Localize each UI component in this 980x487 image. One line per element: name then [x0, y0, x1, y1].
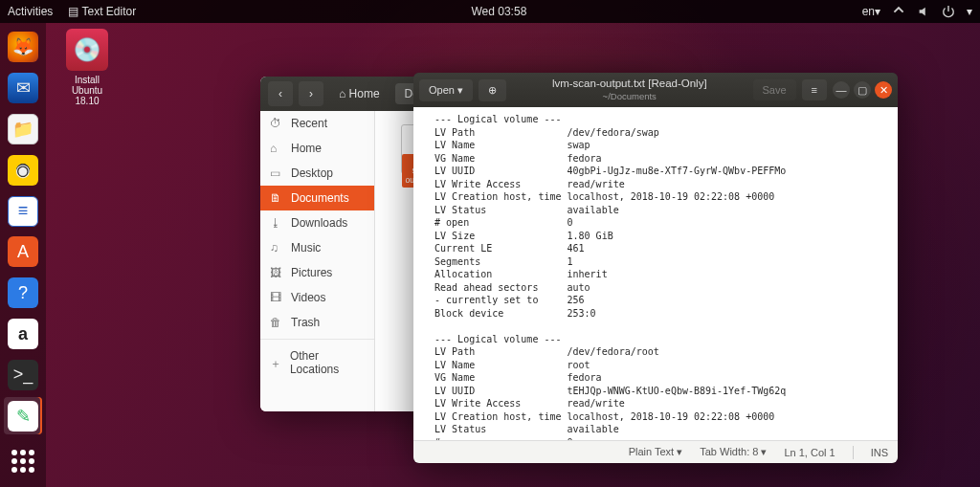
- sidebar-music[interactable]: ♫Music: [260, 235, 374, 260]
- breadcrumb-home[interactable]: ⌂ Home: [329, 83, 390, 104]
- dock-writer[interactable]: ≡: [4, 192, 42, 230]
- dock: 🦊 ✉ 📁 ◉ ≡ A ? a >_ ✎: [0, 23, 46, 487]
- documents-icon: 🗎: [270, 191, 283, 205]
- pictures-icon: 🖼: [270, 266, 283, 279]
- downloads-icon: ⭳: [270, 216, 283, 230]
- sidebar-other-locations[interactable]: ＋Other Locations: [260, 343, 374, 382]
- open-button[interactable]: Open ▾: [419, 79, 473, 101]
- videos-icon: 🎞: [270, 291, 283, 304]
- editor-view[interactable]: --- Logical volume --- LV Path /dev/fedo…: [413, 107, 898, 440]
- dock-software[interactable]: A: [4, 233, 42, 271]
- cd-icon: 💿: [66, 29, 108, 71]
- top-bar: Activities ▤ Text Editor Wed 03:58 en▾ ▾: [0, 0, 980, 23]
- gedit-headerbar: Open ▾ ⊕ lvm-scan-output.txt [Read-Only]…: [413, 73, 898, 107]
- minimize-button[interactable]: —: [833, 81, 850, 99]
- desktop-icon: ▭: [270, 166, 283, 180]
- clock-icon: ⏱: [270, 117, 283, 130]
- desktop-icon-label: Install Ubuntu 18.10: [54, 75, 121, 106]
- gedit-window: Open ▾ ⊕ lvm-scan-output.txt [Read-Only]…: [413, 73, 898, 463]
- sidebar-desktop[interactable]: ▭Desktop: [260, 161, 374, 186]
- trash-icon: 🗑: [270, 316, 283, 329]
- new-tab-button[interactable]: ⊕: [479, 79, 506, 101]
- close-button[interactable]: ✕: [875, 81, 892, 99]
- sidebar-home[interactable]: ⌂Home: [260, 136, 374, 161]
- dock-terminal[interactable]: >_: [4, 357, 42, 394]
- hamburger-menu[interactable]: ≡: [802, 79, 827, 100]
- home-icon: ⌂: [270, 142, 283, 155]
- activities-button[interactable]: Activities: [8, 5, 53, 18]
- show-applications[interactable]: [4, 442, 42, 479]
- plus-icon: ＋: [270, 356, 282, 369]
- desktop-icon-install-ubuntu[interactable]: 💿 Install Ubuntu 18.10: [54, 29, 121, 106]
- nautilus-sidebar: ⏱Recent ⌂Home ▭Desktop 🗎Documents ⭳Downl…: [260, 111, 375, 411]
- dock-rhythmbox[interactable]: ◉: [4, 151, 42, 188]
- music-icon: ♫: [270, 241, 283, 255]
- sidebar-videos[interactable]: 🎞Videos: [260, 285, 374, 310]
- network-icon[interactable]: [892, 5, 905, 18]
- dock-firefox[interactable]: 🦊: [4, 29, 42, 66]
- volume-icon[interactable]: [917, 5, 930, 18]
- dock-files[interactable]: 📁: [4, 111, 42, 148]
- sidebar-recent[interactable]: ⏱Recent: [260, 111, 374, 136]
- save-button: Save: [753, 79, 796, 100]
- status-insert-mode: INS: [871, 447, 888, 458]
- back-button[interactable]: ‹: [268, 81, 293, 106]
- gedit-statusbar: Plain Text ▾ Tab Width: 8 ▾ Ln 1, Col 1 …: [413, 440, 898, 463]
- dock-help[interactable]: ?: [4, 275, 42, 312]
- clock[interactable]: Wed 03:58: [136, 5, 861, 18]
- dock-gedit[interactable]: ✎: [4, 397, 42, 434]
- status-position: Ln 1, Col 1: [784, 447, 835, 458]
- forward-button[interactable]: ›: [299, 81, 323, 106]
- maximize-button[interactable]: ▢: [854, 81, 871, 99]
- sidebar-documents[interactable]: 🗎Documents: [260, 186, 374, 210]
- gedit-title: lvm-scan-output.txt [Read-Only] ~/Docume…: [512, 77, 747, 101]
- app-menu[interactable]: ▤ Text Editor: [68, 5, 136, 18]
- power-icon[interactable]: [942, 5, 955, 18]
- sidebar-pictures[interactable]: 🖼Pictures: [260, 260, 374, 285]
- sidebar-trash[interactable]: 🗑Trash: [260, 310, 374, 335]
- input-source[interactable]: en▾: [862, 5, 880, 18]
- system-menu-chevron-icon[interactable]: ▾: [967, 5, 972, 18]
- sidebar-downloads[interactable]: ⭳Downloads: [260, 210, 374, 235]
- status-tabwidth[interactable]: Tab Width: 8 ▾: [700, 446, 767, 458]
- dock-amazon[interactable]: a: [4, 316, 42, 353]
- dock-thunderbird[interactable]: ✉: [4, 70, 42, 107]
- status-language[interactable]: Plain Text ▾: [629, 446, 683, 458]
